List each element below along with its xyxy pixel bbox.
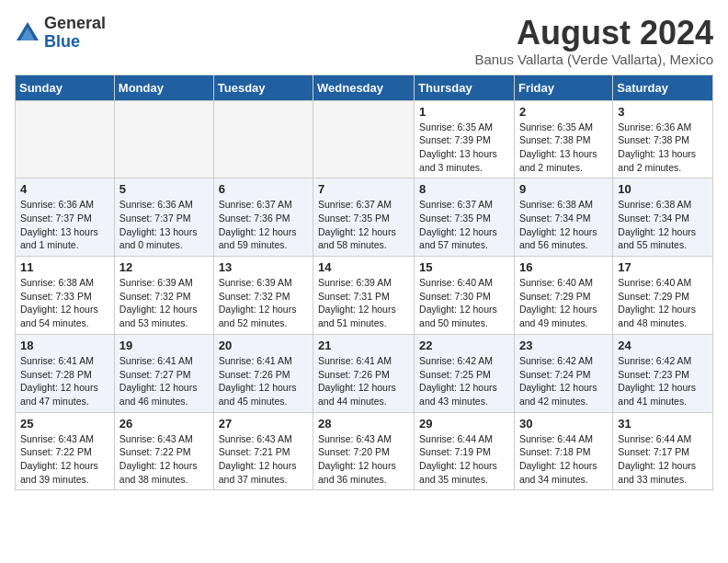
calendar-cell: 26Sunrise: 6:43 AM Sunset: 7:22 PM Dayli… bbox=[114, 412, 213, 490]
calendar-cell: 13Sunrise: 6:39 AM Sunset: 7:32 PM Dayli… bbox=[213, 257, 313, 335]
day-number: 2 bbox=[519, 105, 608, 119]
cell-info: Sunrise: 6:38 AM Sunset: 7:34 PM Dayligh… bbox=[519, 198, 608, 252]
day-number: 21 bbox=[318, 339, 409, 352]
calendar-header-tuesday: Tuesday bbox=[213, 75, 313, 100]
cell-info: Sunrise: 6:36 AM Sunset: 7:37 PM Dayligh… bbox=[20, 198, 109, 252]
day-number: 1 bbox=[419, 105, 509, 119]
cell-info: Sunrise: 6:40 AM Sunset: 7:30 PM Dayligh… bbox=[419, 276, 509, 330]
day-number: 5 bbox=[119, 182, 209, 196]
calendar-header-saturday: Saturday bbox=[613, 75, 713, 100]
cell-info: Sunrise: 6:35 AM Sunset: 7:38 PM Dayligh… bbox=[519, 121, 608, 175]
cell-info: Sunrise: 6:41 AM Sunset: 7:26 PM Dayligh… bbox=[219, 354, 308, 408]
day-number: 4 bbox=[20, 182, 109, 196]
cell-info: Sunrise: 6:43 AM Sunset: 7:21 PM Dayligh… bbox=[219, 432, 308, 487]
cell-info: Sunrise: 6:41 AM Sunset: 7:26 PM Dayligh… bbox=[318, 354, 409, 408]
cell-info: Sunrise: 6:44 AM Sunset: 7:19 PM Dayligh… bbox=[419, 432, 509, 487]
calendar-cell: 21Sunrise: 6:41 AM Sunset: 7:26 PM Dayli… bbox=[313, 334, 415, 412]
cell-info: Sunrise: 6:43 AM Sunset: 7:20 PM Dayligh… bbox=[318, 432, 409, 487]
day-number: 3 bbox=[618, 105, 708, 119]
calendar-cell: 11Sunrise: 6:38 AM Sunset: 7:33 PM Dayli… bbox=[16, 257, 115, 335]
day-number: 22 bbox=[419, 339, 509, 352]
calendar-header-friday: Friday bbox=[514, 75, 612, 100]
cell-info: Sunrise: 6:42 AM Sunset: 7:24 PM Dayligh… bbox=[519, 354, 608, 408]
calendar-week-row: 1Sunrise: 6:35 AM Sunset: 7:39 PM Daylig… bbox=[16, 100, 713, 178]
cell-info: Sunrise: 6:43 AM Sunset: 7:22 PM Dayligh… bbox=[119, 432, 209, 487]
calendar-cell: 8Sunrise: 6:37 AM Sunset: 7:35 PM Daylig… bbox=[415, 178, 515, 257]
cell-info: Sunrise: 6:43 AM Sunset: 7:22 PM Dayligh… bbox=[20, 432, 109, 487]
cell-info: Sunrise: 6:39 AM Sunset: 7:32 PM Dayligh… bbox=[219, 276, 308, 330]
cell-info: Sunrise: 6:38 AM Sunset: 7:34 PM Dayligh… bbox=[618, 198, 708, 252]
page-header: General Blue August 2024 Banus Vallarta … bbox=[15, 15, 713, 67]
calendar-week-row: 11Sunrise: 6:38 AM Sunset: 7:33 PM Dayli… bbox=[16, 257, 713, 335]
calendar-cell: 15Sunrise: 6:40 AM Sunset: 7:30 PM Dayli… bbox=[415, 257, 515, 335]
calendar-cell: 30Sunrise: 6:44 AM Sunset: 7:18 PM Dayli… bbox=[514, 412, 612, 490]
day-number: 27 bbox=[219, 417, 308, 431]
cell-info: Sunrise: 6:41 AM Sunset: 7:28 PM Dayligh… bbox=[20, 354, 109, 408]
calendar-cell: 2Sunrise: 6:35 AM Sunset: 7:38 PM Daylig… bbox=[514, 100, 612, 178]
day-number: 9 bbox=[519, 182, 608, 196]
calendar-cell: 16Sunrise: 6:40 AM Sunset: 7:29 PM Dayli… bbox=[514, 257, 612, 335]
cell-info: Sunrise: 6:40 AM Sunset: 7:29 PM Dayligh… bbox=[618, 276, 708, 330]
day-number: 14 bbox=[318, 260, 409, 274]
logo: General Blue bbox=[15, 15, 106, 52]
calendar-cell: 12Sunrise: 6:39 AM Sunset: 7:32 PM Dayli… bbox=[114, 257, 213, 335]
calendar-cell: 23Sunrise: 6:42 AM Sunset: 7:24 PM Dayli… bbox=[514, 334, 612, 412]
day-number: 26 bbox=[119, 417, 209, 431]
cell-info: Sunrise: 6:44 AM Sunset: 7:17 PM Dayligh… bbox=[618, 432, 708, 487]
cell-info: Sunrise: 6:37 AM Sunset: 7:35 PM Dayligh… bbox=[318, 198, 409, 252]
calendar-cell: 31Sunrise: 6:44 AM Sunset: 7:17 PM Dayli… bbox=[613, 412, 713, 490]
calendar-table: SundayMondayTuesdayWednesdayThursdayFrid… bbox=[15, 75, 713, 491]
day-number: 7 bbox=[318, 182, 409, 196]
cell-info: Sunrise: 6:42 AM Sunset: 7:25 PM Dayligh… bbox=[419, 354, 509, 408]
calendar-cell: 18Sunrise: 6:41 AM Sunset: 7:28 PM Dayli… bbox=[16, 334, 115, 412]
day-number: 12 bbox=[119, 260, 209, 274]
day-number: 16 bbox=[519, 260, 608, 274]
day-number: 11 bbox=[20, 260, 109, 274]
cell-info: Sunrise: 6:39 AM Sunset: 7:32 PM Dayligh… bbox=[119, 276, 209, 330]
cell-info: Sunrise: 6:39 AM Sunset: 7:31 PM Dayligh… bbox=[318, 276, 409, 330]
cell-info: Sunrise: 6:37 AM Sunset: 7:36 PM Dayligh… bbox=[219, 198, 308, 252]
calendar-cell: 9Sunrise: 6:38 AM Sunset: 7:34 PM Daylig… bbox=[514, 178, 612, 257]
day-number: 31 bbox=[618, 417, 708, 431]
calendar-cell: 24Sunrise: 6:42 AM Sunset: 7:23 PM Dayli… bbox=[613, 334, 713, 412]
calendar-cell bbox=[114, 100, 213, 178]
calendar-header-wednesday: Wednesday bbox=[313, 75, 415, 100]
calendar-header-row: SundayMondayTuesdayWednesdayThursdayFrid… bbox=[16, 75, 713, 100]
logo-text: General Blue bbox=[44, 15, 106, 52]
calendar-cell: 28Sunrise: 6:43 AM Sunset: 7:20 PM Dayli… bbox=[313, 412, 415, 490]
calendar-cell bbox=[213, 100, 313, 178]
calendar-cell: 1Sunrise: 6:35 AM Sunset: 7:39 PM Daylig… bbox=[415, 100, 515, 178]
day-number: 6 bbox=[219, 182, 308, 196]
day-number: 20 bbox=[219, 339, 308, 352]
main-title: August 2024 bbox=[474, 15, 713, 52]
calendar-cell: 19Sunrise: 6:41 AM Sunset: 7:27 PM Dayli… bbox=[114, 334, 213, 412]
cell-info: Sunrise: 6:36 AM Sunset: 7:37 PM Dayligh… bbox=[119, 198, 209, 252]
calendar-cell: 7Sunrise: 6:37 AM Sunset: 7:35 PM Daylig… bbox=[313, 178, 415, 257]
calendar-cell: 25Sunrise: 6:43 AM Sunset: 7:22 PM Dayli… bbox=[16, 412, 115, 490]
cell-info: Sunrise: 6:44 AM Sunset: 7:18 PM Dayligh… bbox=[519, 432, 608, 487]
calendar-cell bbox=[16, 100, 115, 178]
calendar-cell: 5Sunrise: 6:36 AM Sunset: 7:37 PM Daylig… bbox=[114, 178, 213, 257]
day-number: 28 bbox=[318, 417, 409, 431]
calendar-week-row: 25Sunrise: 6:43 AM Sunset: 7:22 PM Dayli… bbox=[16, 412, 713, 490]
day-number: 19 bbox=[119, 339, 209, 352]
day-number: 18 bbox=[20, 339, 109, 352]
cell-info: Sunrise: 6:42 AM Sunset: 7:23 PM Dayligh… bbox=[618, 354, 708, 408]
calendar-cell: 14Sunrise: 6:39 AM Sunset: 7:31 PM Dayli… bbox=[313, 257, 415, 335]
calendar-header-sunday: Sunday bbox=[16, 75, 115, 100]
cell-info: Sunrise: 6:35 AM Sunset: 7:39 PM Dayligh… bbox=[419, 121, 509, 175]
day-number: 13 bbox=[219, 260, 308, 274]
calendar-cell: 29Sunrise: 6:44 AM Sunset: 7:19 PM Dayli… bbox=[415, 412, 515, 490]
day-number: 8 bbox=[419, 182, 509, 196]
day-number: 15 bbox=[419, 260, 509, 274]
logo-general: General bbox=[44, 15, 106, 33]
calendar-header-thursday: Thursday bbox=[415, 75, 515, 100]
logo-blue: Blue bbox=[44, 33, 106, 52]
calendar-cell: 20Sunrise: 6:41 AM Sunset: 7:26 PM Dayli… bbox=[213, 334, 313, 412]
calendar-header-monday: Monday bbox=[114, 75, 213, 100]
cell-info: Sunrise: 6:40 AM Sunset: 7:29 PM Dayligh… bbox=[519, 276, 608, 330]
logo-icon bbox=[15, 20, 40, 46]
day-number: 24 bbox=[618, 339, 708, 352]
day-number: 17 bbox=[618, 260, 708, 274]
calendar-week-row: 4Sunrise: 6:36 AM Sunset: 7:37 PM Daylig… bbox=[16, 178, 713, 257]
